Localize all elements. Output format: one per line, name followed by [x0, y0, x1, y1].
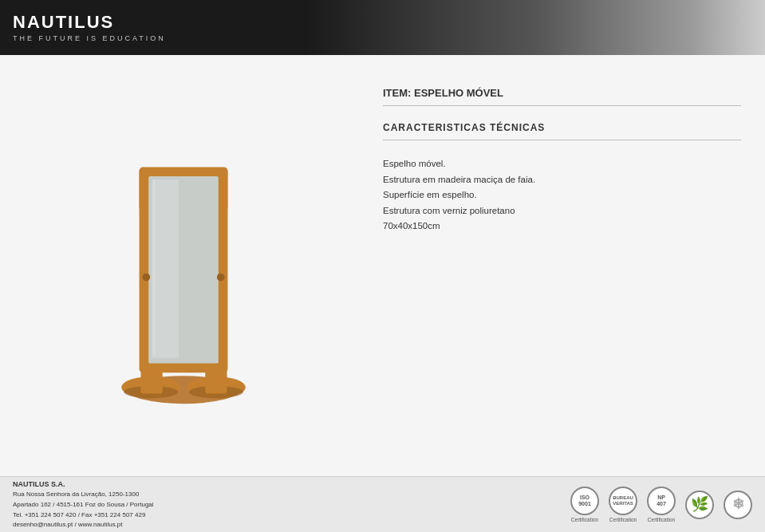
iso9001-label: Certification — [571, 517, 598, 522]
contact: Tel. +351 224 507 420 / Fax +351 224 507… — [13, 510, 154, 521]
product-image-area — [0, 55, 367, 476]
leaf-circle: 🌿 — [685, 491, 714, 519]
iso9001-circle: ISO9001 — [570, 487, 599, 515]
np407-circle: NP407 — [647, 487, 676, 515]
snowflake-icon: ❄ — [732, 497, 744, 513]
address-line2: Apartado 162 / 4515-161 Foz do Sousa / P… — [13, 500, 154, 510]
leaf-badge: 🌿 — [685, 491, 714, 519]
leaf-icon: 🌿 — [691, 497, 708, 513]
desc-line-3: Superfície em espelho. — [383, 187, 741, 203]
email-web: desenho@nautilus.pt / www.nautilus.pt — [13, 520, 154, 530]
item-name: ESPELHO MÓVEL — [414, 87, 503, 99]
logo-title: NAUTILUS — [13, 13, 166, 32]
company-name: NAUTILUS S.A. — [13, 479, 154, 490]
product-image — [104, 122, 263, 409]
item-line: ITEM: ESPELHO MÓVEL — [383, 87, 741, 106]
svg-point-13 — [217, 274, 225, 282]
svg-point-12 — [142, 274, 150, 282]
logo-subtitle: THE FUTURE IS EDUCATION — [13, 34, 166, 42]
product-info: ITEM: ESPELHO MÓVEL CARACTERISTICAS TÉCN… — [367, 55, 765, 476]
np407-text: NP407 — [657, 495, 666, 506]
np407-badge: NP407 Certification — [647, 487, 676, 522]
section-title: CARACTERISTICAS TÉCNICAS — [383, 122, 741, 140]
item-label: ITEM: — [383, 87, 411, 99]
desc-line-5: 70x40x150cm — [383, 219, 741, 234]
logo-area: NAUTILUS THE FUTURE IS EDUCATION — [13, 13, 166, 41]
main-content: ITEM: ESPELHO MÓVEL CARACTERISTICAS TÉCN… — [0, 55, 765, 476]
desc-line-2: Estrutura em madeira maciça de faia. — [383, 172, 741, 188]
footer: NAUTILUS S.A. Rua Nossa Senhora da Livra… — [0, 476, 765, 532]
certifications-area: ISO9001 Certification BUREAUVERITAS Cert… — [570, 487, 752, 522]
snowflake-badge: ❄ — [724, 491, 752, 519]
desc-line-4: Estrutura com verniz poliuretano — [383, 203, 741, 219]
svg-rect-10 — [152, 179, 179, 358]
np407-label: Certification — [648, 517, 675, 522]
product-description: Espelho móvel. Estrutura em madeira maci… — [383, 156, 741, 234]
address-line1: Rua Nossa Senhora da Livração, 1250-1300 — [13, 490, 154, 500]
bureau-veritas-badge: BUREAUVERITAS Certification — [609, 487, 637, 522]
bureau-veritas-label: Certification — [609, 517, 637, 522]
desc-line-1: Espelho móvel. — [383, 156, 741, 172]
snowflake-circle: ❄ — [724, 491, 752, 519]
iso9001-badge: ISO9001 Certification — [570, 487, 599, 522]
bureau-veritas-text: BUREAUVERITAS — [613, 495, 633, 506]
header: NAUTILUS THE FUTURE IS EDUCATION — [0, 0, 765, 55]
iso9001-text: ISO9001 — [578, 495, 591, 506]
footer-contact: NAUTILUS S.A. Rua Nossa Senhora da Livra… — [13, 479, 154, 531]
bureau-veritas-circle: BUREAUVERITAS — [609, 487, 637, 515]
